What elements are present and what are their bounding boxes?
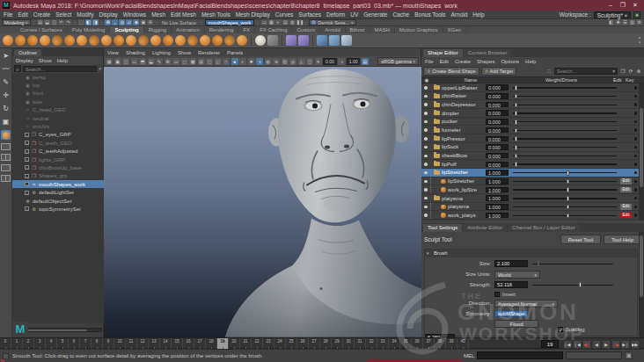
shape-row-lipPuff[interactable]: lipPuff0.000 [421,160,639,169]
step-back-frame-button[interactable]: ❘◀ [573,340,582,349]
weight-slider[interactable] [513,121,617,122]
snap-to-point-icon[interactable]: ◎ [119,19,125,25]
menu-bonus-tools[interactable]: Bonus Tools [414,11,445,18]
shape-row-lipStretcher[interactable]: lipStretcher1.000Edit [421,177,639,186]
menu-help[interactable]: Help [472,11,484,18]
weight-slider[interactable] [513,163,617,164]
motion-blur-icon[interactable]: ≋ [273,58,280,65]
shape-row-platysma[interactable]: platysma1.000 [421,194,639,203]
edit-button[interactable]: Edit [620,178,632,184]
smear-tool-icon[interactable] [175,35,186,46]
open-render-view-icon[interactable]: ▭ [261,19,267,25]
menu-generate[interactable]: Generate [363,11,387,18]
shape-row-lipSuck[interactable]: lipSuck0.000 [421,143,639,152]
weight-slider-handle[interactable] [515,111,517,116]
freeze-tool-icon[interactable] [212,35,223,46]
edit-button[interactable]: Edit [620,204,632,209]
expand-icon[interactable]: + [25,206,29,211]
weight-field[interactable]: 0.000 [486,119,509,125]
weight-slider[interactable] [513,181,617,182]
redo-icon[interactable]: ↷ [65,19,71,25]
edit-column-header[interactable]: Edit [613,77,626,83]
weight-slider[interactable] [513,96,617,97]
shape-row-chinDepressor[interactable]: chinDepressor0.000 [421,100,639,109]
size-slider[interactable] [532,264,613,264]
shelf-tab-motion-graphics[interactable]: Motion Graphics [395,26,443,33]
menu-mesh[interactable]: Mesh [151,11,165,18]
tab-tool-settings[interactable]: Tool Settings [423,224,462,232]
select-object-icon[interactable]: ◧ [85,19,91,25]
menu-arnold[interactable]: Arnold [451,11,468,18]
weight-field[interactable]: 0.000 [486,153,509,159]
create-blend-shape-button[interactable]: ✛ Create Blend Shape [423,67,479,76]
reset-tool-button[interactable]: Reset Tool [560,235,601,244]
weight-slider-handle[interactable] [515,162,517,167]
tab-content-browser[interactable]: Content Browser [464,49,512,57]
outliner-item-lights_GRP[interactable]: +❒lights_GRP [12,156,104,163]
gate-mask-icon[interactable]: ▩ [189,58,196,65]
go-to-start-button[interactable]: ❘◀◀ [563,340,572,349]
viewport-3d-view[interactable] [104,67,421,337]
weight-slider-handle[interactable] [567,179,569,185]
scrape-tool-icon[interactable] [138,35,149,46]
outliner-item-chinBrowUp_base[interactable]: +❒chinBrowUp_base [12,163,104,171]
weight-field[interactable]: 0.000 [486,84,509,90]
shelf-scroll-arrows[interactable]: ▴▾ [637,34,642,47]
edit-button[interactable]: Edit [620,187,632,192]
command-line-mode-label[interactable]: MEL [464,353,474,358]
weight-slider-handle[interactable] [515,154,517,159]
menu-edit-mesh[interactable]: Edit Mesh [171,11,196,18]
menu-curves[interactable]: Curves [275,11,294,18]
size-units-dropdown[interactable]: World▾ [494,271,540,279]
outliner-tab[interactable]: Outliner [14,49,41,56]
resolution-gate-icon[interactable]: ◻ [181,58,188,65]
weight-slider-handle[interactable] [567,214,569,219]
humanik-icon[interactable]: ✚ [615,19,621,25]
shelf-tab-sculpting[interactable]: Sculpting [110,26,143,33]
invert-checkbox[interactable] [494,292,500,297]
camera-attributes-icon[interactable]: ◫ [122,58,129,65]
weight-slider[interactable] [513,87,617,88]
menu-modify[interactable]: Modify [77,11,93,18]
outliner-menu-help[interactable]: Help [57,58,68,63]
fill-tool-icon[interactable] [150,35,161,46]
shape-row-lipPressor[interactable]: lipPressor0.000 [421,134,639,143]
menu-deform[interactable]: Deform [326,11,345,18]
tool-settings-vscrollbar[interactable] [639,232,644,337]
shape-editor-menu-options[interactable]: Options [501,59,519,64]
outliner-item-neutral[interactable]: ✧neutral [12,114,104,122]
amplify-tool-icon[interactable] [200,35,210,46]
weight-slider[interactable] [513,112,617,113]
make-live-icon[interactable]: ◈ [133,19,139,25]
render-sequence-icon[interactable]: ▤ [282,19,289,25]
strength-slider[interactable] [532,285,613,286]
shape-editor-menu-edit[interactable]: Edit [440,59,449,64]
weight-field[interactable]: 0.000 [486,127,509,134]
weight-field[interactable]: 0.000 [486,93,509,99]
weight-slider-handle[interactable] [515,136,517,141]
smooth-tool-icon[interactable] [15,35,26,46]
weight-slider[interactable] [513,130,617,131]
outliner-item-mouthShapes_work[interactable]: +✧mouthShapes_work [12,180,104,188]
pause-icon[interactable]: ❚❚ [296,19,303,25]
spacing-checkbox[interactable]: ✓ [558,327,563,332]
lock-camera-icon[interactable]: ▣ [114,58,121,65]
shelf-tab-animation[interactable]: Animation [172,26,205,33]
weight-field[interactable]: 1.000 [486,178,509,185]
four-pane-layout-button[interactable] [1,175,11,182]
viewport-menu-renderer[interactable]: Renderer [198,50,220,55]
shape-row-cheekBlow[interactable]: cheekBlow0.000 [421,152,639,161]
shape-row-dimpler[interactable]: dimpler0.000 [421,109,639,118]
single-pane-layout-button[interactable] [1,143,11,150]
outliner-item-side[interactable]: ◉side [12,98,104,105]
pinch-tool-icon[interactable] [52,35,62,46]
shaded-icon[interactable]: ● [231,58,238,65]
weight-slider-handle[interactable] [515,119,517,125]
safe-title-icon[interactable]: ◱ [215,58,222,65]
menu-uv[interactable]: UV [350,11,358,18]
play-forwards-button[interactable]: ▶ [602,340,611,349]
grid-icon[interactable]: ⊞ [165,58,172,65]
weight-slider[interactable] [513,206,617,207]
channel-box-icon[interactable]: ⚙ [636,19,642,25]
open-scene-icon[interactable]: ⬓ [44,19,50,25]
